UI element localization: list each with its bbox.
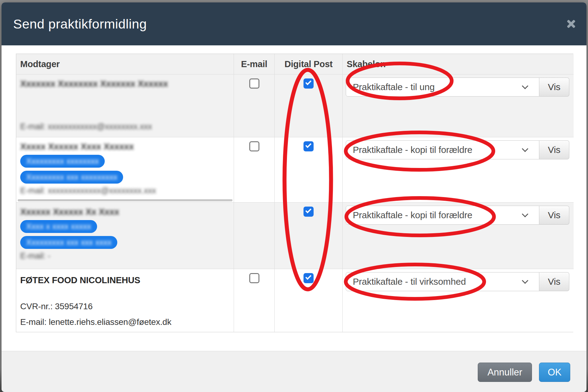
dialog-title: Send praktikformidling [13,17,147,32]
template-select-group: Praktikaftale - til virksomhed Vis [346,272,569,291]
recipient-cvr: CVR-nr.: 35954716 [20,302,231,311]
recipient-badge: Xxxxxxxxx xxx xxxxxxxxx [20,171,123,184]
chevron-down-icon [522,277,528,284]
check-icon [305,79,311,85]
template-select[interactable]: Praktikaftale - til virksomhed [346,272,539,291]
recipients-table: Modtager E-mail Digital Post Skabelon Xx… [16,54,573,332]
column-header-skabelon: Skabelon [343,54,574,74]
badge-label-redacted: Xxxxxxxxx xxx xxx xxxx [26,238,111,247]
recipient-email: E-mail: lenette.riehs.eliassen@føetex.dk [20,317,231,327]
table-row-email-cell [234,137,275,203]
recipient-name-redacted: Xxxxxxx Xxxxxxxx Xxxxxxx Xxxxxx [20,79,231,89]
template-select-value: Praktikaftale - kopi til forældre [353,206,472,224]
digital-post-checkbox[interactable] [303,78,314,89]
digital-post-checkbox[interactable] [303,141,314,151]
send-praktikformidling-dialog: Send praktikformidling Modtager E-mail D… [2,2,586,392]
chevron-down-icon [522,146,528,152]
table-row-digital-post-cell [275,203,343,269]
vis-button[interactable]: Vis [539,206,569,225]
recipient-email-redacted: E-mail: - [20,251,51,261]
recipient-email-redacted: E-mail: xxxxxxxxxxxx@xxxxxxxx.xxx [20,122,231,131]
recipient-name-redacted: Xxxxx Xxxxxx Xxxx Xxxxxx [20,142,134,152]
recipient-badge: Xxxxxxxxx xxx xxx xxxx [20,236,117,249]
vis-button[interactable]: Vis [539,272,569,291]
template-select[interactable]: Praktikaftale - kopi til forældre [346,206,539,225]
email-checkbox[interactable] [249,141,259,151]
digital-post-checkbox[interactable] [303,273,314,283]
check-icon [305,142,311,148]
table-row-skabelon-cell: Praktikaftale - kopi til forældre Vis [343,203,574,269]
table-row-recipient-cell: Xxxxx Xxxxxx Xxxx Xxxxxx Xxxxxxxxx xxxxx… [16,137,234,203]
table-row-email-cell [234,203,275,269]
ok-button[interactable]: OK [539,363,570,382]
divider [18,199,232,201]
vis-button[interactable]: Vis [539,78,569,97]
template-select-value: Praktikaftale - til virksomhed [353,272,466,291]
recipient-name-redacted: Xxxxxx Xxxxxx Xx Xxxx [20,207,119,217]
vis-button[interactable]: Vis [539,140,569,159]
recipient-email-redacted: E-mail: xxxxxxxxxxxxx@xxxxxxxx.xxx [20,186,156,196]
column-header-digital-post: Digital Post [275,54,343,74]
template-select[interactable]: Praktikaftale - til ung [346,78,539,97]
template-select-group: Praktikaftale - kopi til forældre Vis [346,206,569,225]
check-icon [305,274,311,280]
badge-label-redacted: Xxxx x xxxx xxxxx [26,222,91,231]
chevron-down-icon [522,211,528,217]
table-row-digital-post-cell [275,137,343,203]
column-header-email: E-mail [234,54,275,74]
column-header-modtager: Modtager [16,54,234,74]
template-select[interactable]: Praktikaftale - kopi til forældre [346,140,539,159]
table-row-skabelon-cell: Praktikaftale - kopi til forældre Vis [343,137,574,203]
table-row-skabelon-cell: Praktikaftale - til virksomhed Vis [343,269,574,332]
table-row-digital-post-cell [275,74,343,137]
table-row-recipient-cell: Xxxxxx Xxxxxx Xx Xxxx Xxxx x xxxx xxxxx … [16,203,234,269]
check-icon [305,207,311,213]
close-icon[interactable] [566,18,577,29]
table-row-email-cell [234,74,275,137]
template-select-group: Praktikaftale - til ung Vis [346,78,569,97]
table-row-email-cell [234,269,275,332]
email-checkbox[interactable] [249,78,259,89]
badge-label-redacted: Xxxxxxxxx xxxxxxxx [26,157,99,166]
dialog-footer: Annuller OK [2,351,586,392]
badge-label-redacted: Xxxxxxxxx xxx xxxxxxxxx [26,173,117,182]
table-row-skabelon-cell: Praktikaftale - til ung Vis [343,74,574,137]
cancel-button[interactable]: Annuller [478,363,532,382]
table-row-digital-post-cell [275,269,343,332]
digital-post-checkbox[interactable] [303,207,314,217]
table-row-recipient-cell: FØTEX FOOD NICOLINEHUS CVR-nr.: 35954716… [16,269,234,332]
dialog-header: Send praktikformidling [2,2,586,45]
recipient-name: FØTEX FOOD NICOLINEHUS [20,275,231,285]
email-checkbox[interactable] [249,273,259,283]
template-select-value: Praktikaftale - kopi til forældre [353,141,472,159]
screen: { "dialog": { "title": "Send praktikform… [0,0,588,392]
table-row-recipient-cell: Xxxxxxx Xxxxxxxx Xxxxxxx Xxxxxx E-mail: … [16,74,234,137]
recipient-badge: Xxxxxxxxx xxxxxxxx [20,155,105,168]
recipient-badge: Xxxx x xxxx xxxxx [20,220,97,233]
chevron-down-icon [522,83,528,89]
template-select-group: Praktikaftale - kopi til forældre Vis [346,140,569,159]
template-select-value: Praktikaftale - til ung [353,78,435,96]
